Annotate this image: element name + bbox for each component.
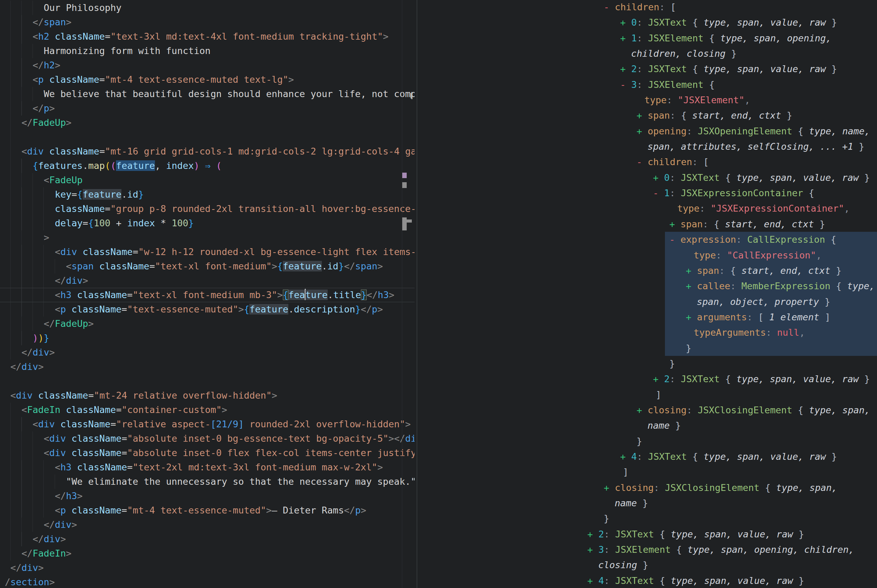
ast-row[interactable]: type: "JSXElement", bbox=[417, 92, 877, 108]
expand-toggle-icon[interactable]: + bbox=[670, 219, 681, 230]
expand-toggle-icon[interactable]: + bbox=[637, 110, 648, 121]
expand-toggle-icon[interactable]: + bbox=[686, 265, 697, 276]
ast-row[interactable]: } bbox=[417, 356, 877, 371]
expand-toggle-icon[interactable]: + bbox=[686, 280, 697, 291]
expand-toggle-icon[interactable]: + bbox=[653, 374, 664, 384]
ast-row[interactable]: typeArguments: null, bbox=[417, 325, 877, 340]
ast-row[interactable]: + 1: JSXElement { type, span, opening, bbox=[417, 30, 877, 46]
expand-toggle-icon[interactable]: + bbox=[637, 126, 648, 136]
code-line[interactable]: <FadeUp bbox=[0, 173, 414, 188]
code-line[interactable]: className="group p-8 rounded-2xl transit… bbox=[0, 202, 414, 216]
ast-row[interactable]: + closing: JSXClosingElement { type, spa… bbox=[417, 402, 877, 418]
code-line[interactable]: <span className="text-xl font-medium">{f… bbox=[0, 259, 414, 273]
expand-toggle-icon[interactable]: + bbox=[587, 529, 599, 540]
code-line[interactable]: <p className="mt-4 text-essence-muted">—… bbox=[0, 503, 414, 518]
ast-row[interactable]: - 1: JSXExpressionContainer { bbox=[417, 185, 877, 201]
ast-row[interactable]: + span: { start, end, ctxt } bbox=[417, 263, 877, 278]
expand-toggle-icon[interactable]: + bbox=[686, 312, 697, 322]
code-line[interactable]: <h3 className="text-xl font-medium mb-3"… bbox=[0, 288, 414, 302]
expand-toggle-icon[interactable]: + bbox=[587, 544, 599, 555]
ast-row[interactable]: + 4: JSXText { type, span, value, raw } bbox=[417, 449, 877, 464]
ast-row[interactable]: + span: { start, end, ctxt } bbox=[417, 108, 877, 123]
ast-row[interactable]: - expression: CallExpression { bbox=[417, 232, 877, 247]
code-line[interactable]: <div className="absolute inset-0 bg-esse… bbox=[0, 431, 414, 446]
ast-row[interactable]: ] bbox=[417, 387, 877, 402]
collapse-toggle-icon[interactable]: - bbox=[620, 79, 631, 90]
code-line[interactable]: </h3> bbox=[0, 489, 414, 503]
code-line[interactable]: </p> bbox=[0, 101, 414, 116]
code-line[interactable]: <p className="text-essence-muted">{featu… bbox=[0, 302, 414, 316]
code-line[interactable]: <p className="mt-4 text-essence-muted te… bbox=[0, 72, 414, 87]
ast-row[interactable]: } bbox=[417, 434, 877, 449]
expand-toggle-icon[interactable]: + bbox=[620, 451, 631, 462]
collapse-toggle-icon[interactable]: - bbox=[604, 2, 615, 12]
ast-row[interactable]: - children: [ bbox=[417, 0, 877, 15]
ast-row[interactable]: - children: [ bbox=[417, 154, 877, 170]
code-line[interactable]: </h2> bbox=[0, 58, 414, 72]
ast-row[interactable]: name } bbox=[417, 495, 877, 511]
code-line[interactable]: "We eliminate the unnecessary so that th… bbox=[0, 474, 414, 489]
code-line[interactable]: ))} bbox=[0, 331, 414, 345]
ast-row[interactable]: name } bbox=[417, 418, 877, 433]
code-line[interactable]: delay={100 + index * 100} bbox=[0, 216, 414, 230]
ast-row[interactable]: - 3: JSXElement { bbox=[417, 77, 877, 92]
code-line[interactable]: We believe that beautiful design should … bbox=[0, 87, 414, 101]
code-line[interactable] bbox=[0, 130, 414, 144]
expand-toggle-icon[interactable]: + bbox=[620, 17, 631, 28]
collapse-toggle-icon[interactable]: - bbox=[670, 234, 681, 245]
code-line[interactable]: </div> bbox=[0, 273, 414, 288]
ast-row[interactable]: + 4: JSXText { type, span, value, raw } bbox=[417, 573, 877, 588]
code-line[interactable]: </div> bbox=[0, 360, 414, 374]
code-line[interactable]: key={feature.id} bbox=[0, 188, 414, 202]
code-line[interactable]: </div> bbox=[0, 532, 414, 546]
ast-row[interactable]: + callee: MemberExpression { type, bbox=[417, 278, 877, 294]
expand-toggle-icon[interactable]: + bbox=[653, 172, 664, 183]
code-line[interactable]: </div> bbox=[0, 518, 414, 532]
ast-row[interactable]: } bbox=[417, 340, 877, 356]
code-line[interactable]: </FadeUp> bbox=[0, 116, 414, 130]
code-line[interactable]: /section> bbox=[0, 575, 414, 588]
code-line[interactable]: </FadeUp> bbox=[0, 316, 414, 331]
ast-row[interactable]: + span: { start, end, ctxt } bbox=[417, 216, 877, 232]
expand-toggle-icon[interactable]: + bbox=[637, 405, 648, 416]
ast-row[interactable]: + 3: JSXElement { type, span, opening, c… bbox=[417, 542, 877, 557]
code-line[interactable]: </div> bbox=[0, 345, 414, 360]
code-line[interactable]: </div> bbox=[0, 561, 414, 575]
ast-row[interactable]: + closing: JSXClosingElement { type, spa… bbox=[417, 480, 877, 495]
code-line[interactable]: <div className="mt-24 relative overflow-… bbox=[0, 388, 414, 403]
code-line[interactable]: </FadeIn> bbox=[0, 546, 414, 561]
ast-row[interactable]: } bbox=[417, 511, 877, 526]
ast-row[interactable]: + 0: JSXText { type, span, value, raw } bbox=[417, 170, 877, 185]
ast-row[interactable]: type: "CallExpression", bbox=[417, 248, 877, 263]
code-line[interactable]: <div className="relative aspect-[21/9] r… bbox=[0, 417, 414, 431]
collapse-toggle-icon[interactable]: - bbox=[653, 188, 664, 198]
expand-toggle-icon[interactable]: + bbox=[587, 575, 599, 586]
ast-row[interactable]: span, object, property } bbox=[417, 294, 877, 309]
expand-toggle-icon[interactable]: + bbox=[604, 482, 615, 493]
code-line[interactable]: <div className="w-12 h-12 rounded-xl bg-… bbox=[0, 245, 414, 259]
expand-toggle-icon[interactable]: + bbox=[620, 64, 631, 74]
collapse-toggle-icon[interactable]: - bbox=[637, 157, 648, 167]
expand-toggle-icon[interactable]: + bbox=[620, 33, 631, 44]
ast-row[interactable]: ] bbox=[417, 464, 877, 480]
ast-row[interactable]: + 2: JSXText { type, span, value, raw } bbox=[417, 371, 877, 387]
code-line[interactable]: Our Philosophy bbox=[0, 1, 414, 15]
code-line[interactable] bbox=[0, 374, 414, 388]
ast-row[interactable]: + 0: JSXText { type, span, value, raw } bbox=[417, 15, 877, 30]
code-line[interactable]: <h3 className="text-2xl md:text-3xl font… bbox=[0, 460, 414, 474]
code-line[interactable]: <div className="absolute inset-0 flex fl… bbox=[0, 446, 414, 460]
ast-row[interactable]: + 2: JSXText { type, span, value, raw } bbox=[417, 526, 877, 542]
code-line[interactable]: {features.map((feature, index) ⇒ ( bbox=[0, 159, 414, 173]
code-line[interactable]: </span> bbox=[0, 15, 414, 29]
ast-row[interactable]: closing } bbox=[417, 557, 877, 573]
ast-row[interactable]: + 2: JSXText { type, span, value, raw } bbox=[417, 61, 877, 76]
ast-row[interactable]: type: "JSXExpressionContainer", bbox=[417, 201, 877, 216]
code-line[interactable]: > bbox=[0, 230, 414, 245]
code-line[interactable]: <h2 className="text-3xl md:text-4xl font… bbox=[0, 29, 414, 44]
ast-row[interactable]: + arguments: [ 1 element ] bbox=[417, 309, 877, 325]
ast-row[interactable]: children, closing } bbox=[417, 46, 877, 61]
ast-row[interactable]: span, attributes, selfClosing, ... +1 } bbox=[417, 139, 877, 154]
code-line[interactable]: <div className="mt-16 grid grid-cols-1 m… bbox=[0, 144, 414, 159]
code-line[interactable]: <FadeIn className="container-custom"> bbox=[0, 403, 414, 417]
code-line[interactable]: Harmonizing form with function bbox=[0, 44, 414, 58]
